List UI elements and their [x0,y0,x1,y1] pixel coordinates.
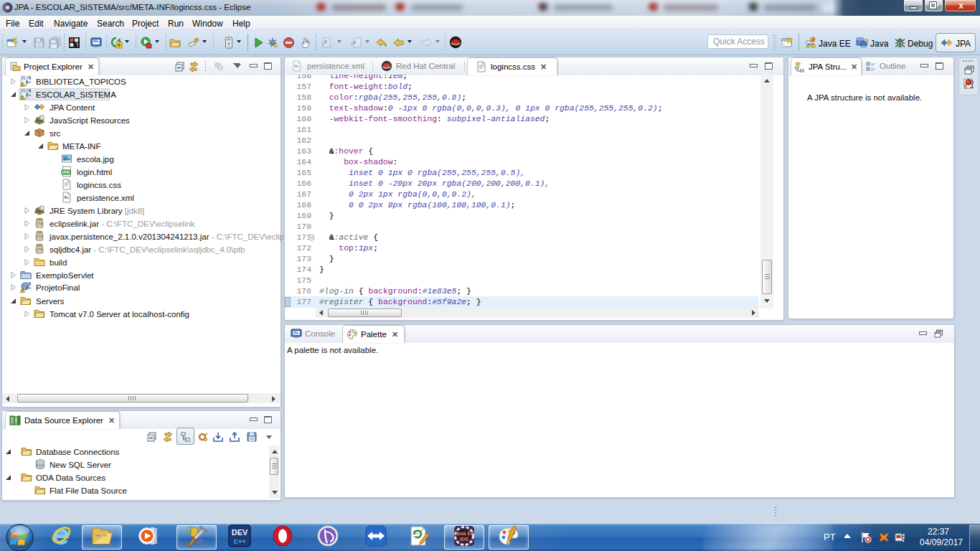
svg-text:IDE: IDE [460,536,469,542]
svg-text:C++: C++ [233,538,245,545]
svg-text:DEV: DEV [232,528,248,537]
